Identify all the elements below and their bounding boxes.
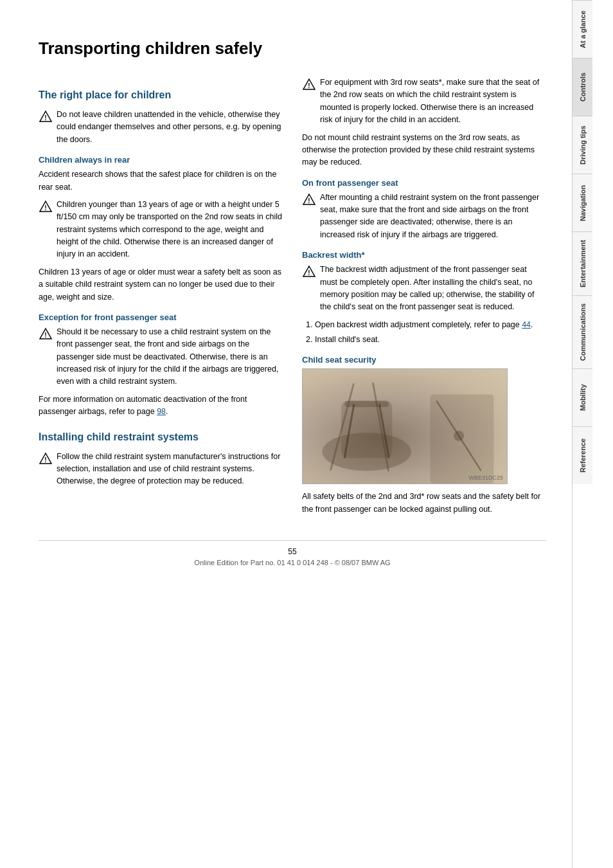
sidebar: At a glance Controls Driving tips Naviga… [572,0,592,868]
svg-rect-16 [344,401,389,408]
warning-icon-3: ! [39,327,53,341]
warning-block-3: ! Should it be necessary to use a child … [39,326,283,388]
on-front-passenger-title: On front passenger seat [302,178,546,188]
children-rear-text2: Children 13 years of age or older must w… [39,266,283,303]
warning-block-5: ! For equipment with 3rd row seats*, mak… [302,77,546,127]
warning5-text2: Do not mount child restraint systems on … [302,132,546,169]
svg-text:!: ! [44,204,46,211]
footer-text: Online Edition for Part no. 01 41 0 014 … [39,559,546,566]
svg-text:!: ! [44,114,46,122]
warning-block-4: ! Follow the child restraint system manu… [39,451,283,488]
main-content: Transporting children safely The right p… [0,0,572,868]
backrest-width-title: Backrest width* [302,250,546,260]
svg-text:!: ! [308,197,310,204]
svg-text:!: ! [44,456,46,463]
child-seat-text-1: All safety belts of the 2nd and 3rd [302,492,422,501]
page-title: Transporting children safely [39,39,546,59]
warning-block-6: ! After mounting a child restraint syste… [302,192,546,242]
warning-icon-7: ! [302,264,316,278]
page-ref-44[interactable]: 44 [522,320,531,329]
step1-text: Open backrest width adjustment completel… [315,320,520,329]
warning-text-3: Should it be necessary to use a child re… [57,326,283,388]
sidebar-tab-driving-tips[interactable]: Driving tips [573,116,592,174]
sidebar-tab-mobility[interactable]: Mobility [573,368,592,426]
step1-period: . [531,320,533,329]
sidebar-tab-controls[interactable]: Controls [573,58,592,116]
warning-block-7: ! The backrest width adjustment of the f… [302,264,546,314]
warning-icon-6: ! [302,192,316,206]
installing-title: Installing child restraint systems [39,431,283,443]
warning-text-5-prefix: For equipment with 3rd row seats [320,78,439,87]
step-2: Install child's seat. [315,334,546,346]
sidebar-tab-entertainment[interactable]: Entertainment [573,231,592,295]
exception-front-ref-text: For more information on automatic deacti… [39,393,283,419]
child-seat-security-title: Child seat security [302,355,546,365]
svg-point-21 [454,431,464,441]
section-right-place-title: The right place for children [39,89,283,101]
child-seat-security-text: All safety belts of the 2nd and 3rd* row… [302,491,546,516]
child-seat-image: WBE31DC25 [302,368,508,484]
exception-front-title: Exception for front passenger seat [39,312,283,322]
backrest-steps: Open backrest width adjustment completel… [315,319,546,347]
warning-text-6: After mounting a child restraint system … [320,192,546,242]
warning-icon-1: ! [39,109,53,123]
left-column: The right place for children ! Do not le… [39,77,283,521]
warning-text-1: Do not leave children unattended in the … [57,109,283,146]
page-ref-98[interactable]: 98 [157,407,166,416]
page-number: 55 [39,547,546,556]
warning-text-4: Follow the child restraint system manufa… [57,451,283,488]
svg-text:!: ! [308,269,310,276]
children-rear-text1: Accident research shows that the safest … [39,168,283,194]
warning-icon-2: ! [39,199,53,213]
sidebar-tab-at-a-glance[interactable]: At a glance [573,0,592,58]
children-always-rear-title: Children always in rear [39,155,283,165]
image-label: WBE31DC25 [468,475,503,481]
sidebar-tab-communications[interactable]: Communications [573,295,592,368]
footer: 55 Online Edition for Part no. 01 41 0 0… [39,540,546,566]
warning-icon-4: ! [39,451,53,466]
warning-text-7: The backrest width adjustment of the fro… [320,264,546,314]
sidebar-tab-reference[interactable]: Reference [573,426,592,484]
step-1: Open backrest width adjustment completel… [315,319,546,331]
warning-block-2: ! Children younger than 13 years of age … [39,199,283,261]
warning-text-2: Children younger than 13 years of age or… [57,199,283,261]
sidebar-tab-navigation[interactable]: Navigation [573,174,592,231]
svg-text:!: ! [44,331,46,338]
warning-block-1: ! Do not leave children unattended in th… [39,109,283,146]
svg-text:!: ! [308,82,310,89]
right-column: ! For equipment with 3rd row seats*, mak… [302,77,546,521]
warning-text-5-container: For equipment with 3rd row seats*, make … [320,77,546,127]
two-column-layout: The right place for children ! Do not le… [39,77,546,521]
warning-icon-5: ! [302,77,316,91]
